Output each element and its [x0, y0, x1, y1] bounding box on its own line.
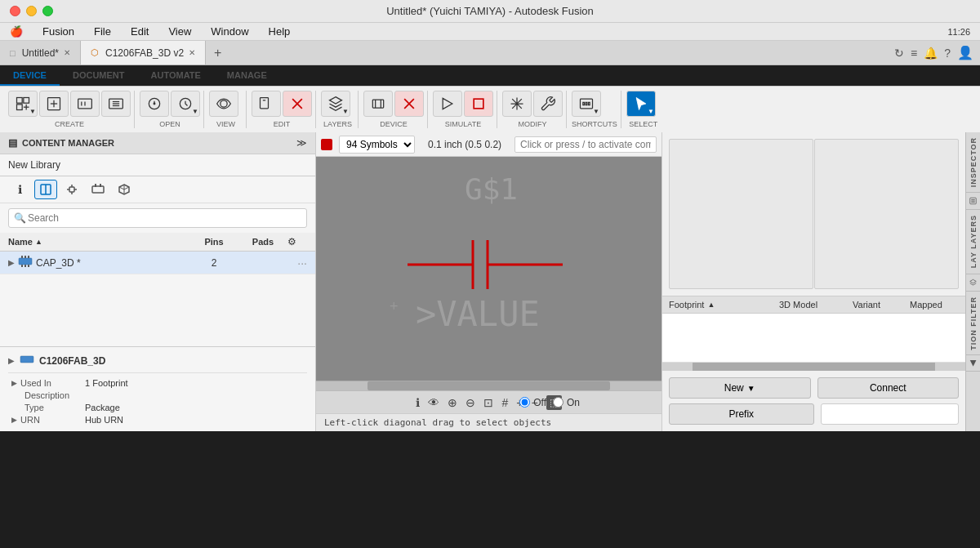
menu-window[interactable]: Window: [207, 25, 252, 38]
radio-off[interactable]: [519, 397, 530, 408]
device-btn-delete[interactable]: [394, 91, 424, 117]
tab-untitled[interactable]: □ Untitled* ✕: [0, 41, 81, 65]
tab-untitled-close[interactable]: ✕: [64, 48, 70, 57]
menu-fusion[interactable]: Fusion: [39, 25, 78, 38]
radio-on-label[interactable]: On: [553, 397, 580, 408]
create-btn-4[interactable]: [101, 91, 131, 117]
grid-icon[interactable]: #: [501, 396, 508, 409]
select-label: SELECT: [626, 120, 661, 128]
lib-tab-footprint[interactable]: [87, 180, 109, 199]
lib-tab-symbol[interactable]: [60, 180, 83, 199]
tab-add-button[interactable]: +: [206, 41, 229, 65]
lib-row-expand[interactable]: ▶: [8, 258, 15, 267]
device-btn-1[interactable]: [363, 91, 393, 117]
maximize-button[interactable]: [42, 6, 53, 16]
lay-layers-label: LAY LAYERS: [968, 210, 979, 273]
info-icon[interactable]: ℹ: [416, 396, 420, 409]
tab-notification-icon[interactable]: 🔔: [924, 47, 938, 60]
vert-bar-icon[interactable]: [966, 193, 980, 210]
vert-bar-icon3[interactable]: ▶: [966, 355, 980, 372]
lay-layers-tab[interactable]: LAY LAYERS: [966, 210, 980, 274]
new-button[interactable]: New ▼: [669, 377, 811, 399]
tab-help-icon[interactable]: ?: [944, 47, 951, 60]
search-box: 🔍: [8, 208, 307, 228]
prefix-button[interactable]: Prefix: [669, 403, 814, 425]
create-btn-1[interactable]: ▼: [8, 91, 38, 117]
tion-filter-tab[interactable]: TION FILTER: [966, 292, 980, 356]
svg-rect-36: [100, 184, 101, 187]
lib-tab-3d[interactable]: [113, 180, 136, 199]
simulate-btn-stop[interactable]: [464, 91, 493, 117]
layers-label: LAYERS: [321, 120, 354, 128]
panel-collapse-icon[interactable]: ≫: [296, 137, 307, 149]
usedin-expand-icon[interactable]: ▶: [11, 379, 17, 387]
minimize-button[interactable]: [26, 6, 37, 16]
connect-button[interactable]: Connect: [817, 377, 960, 399]
canvas[interactable]: G$1 >VALUE +: [316, 157, 662, 381]
zoom-out-icon[interactable]: ⊖: [466, 396, 475, 409]
eye-icon[interactable]: 👁: [428, 396, 439, 409]
tab-settings-icon[interactable]: ≡: [911, 47, 917, 60]
command-line-input[interactable]: [514, 136, 657, 153]
titlebar: Untitled* (Yuichi TAMIYA) - Autodesk Fus…: [0, 0, 980, 23]
capacitor-symbol-svg: G$1 >VALUE: [367, 167, 612, 371]
zoom-in-icon[interactable]: ⊕: [448, 396, 457, 409]
open-btn-1[interactable]: [140, 91, 169, 117]
tab-user-icon[interactable]: 👤: [957, 45, 973, 60]
create-btn-3[interactable]: [70, 91, 100, 117]
vert-bar-layers-icon: [969, 278, 977, 287]
modify-btn-move[interactable]: [502, 91, 532, 117]
device-tab-document[interactable]: DOCUMENT: [60, 65, 138, 86]
menu-view[interactable]: View: [165, 25, 194, 38]
lib-row-cap3d[interactable]: ▶ CAP_3D * 2 ···: [0, 252, 315, 274]
edit-btn-1[interactable]: [252, 91, 281, 117]
device-prop-description: Description: [11, 390, 304, 400]
layers-btn-1[interactable]: ▼: [321, 91, 350, 117]
tab-c1206fab-close[interactable]: ✕: [189, 48, 195, 57]
canvas-scrollbar[interactable]: [316, 381, 662, 390]
tab-refresh-icon[interactable]: ↻: [894, 47, 904, 60]
col-name[interactable]: Name ▲: [8, 237, 189, 247]
open-btn-2[interactable]: ▼: [171, 91, 200, 117]
device-props: ▶ Used In 1 Footprint Description Typ: [8, 378, 307, 425]
fp-scrollbar[interactable]: [662, 363, 965, 371]
close-button[interactable]: [10, 6, 20, 16]
preview-box-right: [814, 139, 959, 289]
edit-btn-delete[interactable]: [283, 91, 312, 117]
apple-menu[interactable]: 🍎: [7, 25, 26, 38]
simulate-btn-1[interactable]: [433, 91, 462, 117]
lib-tab-component[interactable]: [34, 180, 57, 199]
select-btn[interactable]: ▼: [626, 91, 656, 117]
search-input[interactable]: [26, 209, 301, 227]
symbol-dropdown[interactable]: 94 Symbols: [339, 136, 415, 154]
urn-expand-icon[interactable]: ▶: [11, 416, 17, 424]
create-btn-2[interactable]: [39, 91, 69, 117]
vert-bar-icon2[interactable]: [966, 274, 980, 292]
menu-file[interactable]: File: [91, 25, 114, 38]
inspector-tab[interactable]: INSPECTOR: [966, 132, 980, 193]
menu-edit[interactable]: Edit: [127, 25, 152, 38]
svg-point-17: [154, 103, 155, 105]
col-gear[interactable]: ⚙: [287, 236, 307, 247]
view-btn-1[interactable]: [209, 91, 238, 117]
preview-box-left: [669, 139, 813, 289]
radio-on[interactable]: [553, 397, 564, 408]
device-tab-manage[interactable]: MANAGE: [214, 65, 280, 86]
modify-btn-wrench[interactable]: [533, 91, 563, 117]
device-tab-automate[interactable]: AUTOMATE: [138, 65, 214, 86]
tab-c1206fab[interactable]: ⬡ C1206FAB_3D v2 ✕: [81, 41, 206, 65]
device-expand-icon[interactable]: ▶: [8, 356, 15, 365]
fp-col-footprint[interactable]: Footprint ▲: [669, 300, 779, 310]
toolbar-group-select: ▼ SELECT: [623, 91, 664, 128]
tab-untitled-label: Untitled*: [22, 47, 59, 59]
canvas-status: Left-click diagonal drag to select objec…: [316, 413, 662, 431]
menu-help[interactable]: Help: [265, 25, 294, 38]
device-tab-device[interactable]: DEVICE: [0, 65, 60, 86]
zoom-fit-icon[interactable]: ⊡: [483, 396, 493, 409]
lib-tab-info[interactable]: ℹ: [8, 180, 31, 199]
radio-off-label[interactable]: Off: [519, 397, 546, 408]
prefix-input[interactable]: [821, 403, 960, 425]
shortcuts-btn[interactable]: ▼: [572, 91, 601, 117]
panel-toggle-icon[interactable]: ▤: [8, 137, 17, 149]
lib-row-menu[interactable]: ···: [287, 256, 307, 270]
